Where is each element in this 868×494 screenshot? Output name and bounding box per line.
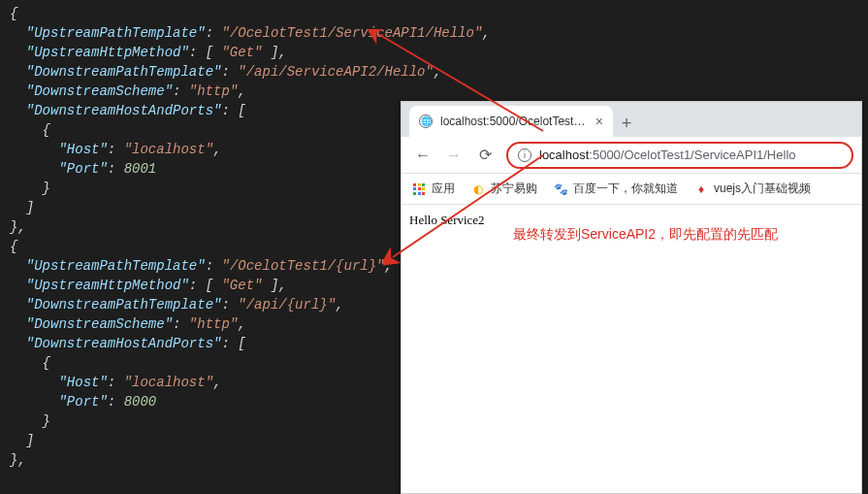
apps-icon (411, 181, 427, 197)
globe-icon: 🌐 (419, 115, 433, 128)
response-text: Hello Service2 (409, 213, 485, 227)
reload-button[interactable]: ⟳ (471, 142, 498, 169)
address-bar[interactable]: i localhost:5000/OcelotTest1/ServiceAPI1… (506, 142, 853, 169)
baidu-icon: 🐾 (553, 181, 568, 197)
browser-toolbar: ← → ⟳ i localhost:5000/OcelotTest1/Servi… (402, 137, 861, 174)
annotation-text: 最终转发到ServiceAPI2，即先配置的先匹配 (513, 226, 778, 244)
new-tab-button[interactable]: + (613, 110, 640, 137)
back-button[interactable]: ← (409, 142, 436, 169)
bookmark-baidu[interactable]: 🐾 百度一下，你就知道 (553, 181, 678, 197)
info-icon[interactable]: i (518, 148, 531, 162)
suning-icon: ◐ (470, 181, 486, 197)
browser-window: 🌐 localhost:5000/OcelotTest1/Se × + ← → … (401, 101, 862, 494)
tab-title: localhost:5000/OcelotTest1/Se (440, 115, 588, 128)
tab-bar: 🌐 localhost:5000/OcelotTest1/Se × + (402, 102, 861, 137)
close-icon[interactable]: × (595, 114, 603, 129)
bookmark-vuejs[interactable]: ♦ vuejs入门基础视频 (693, 181, 811, 197)
bookmarks-bar: 应用 ◐ 苏宁易购 🐾 百度一下，你就知道 ♦ vuejs入门基础视频 (402, 174, 861, 205)
browser-tab[interactable]: 🌐 localhost:5000/OcelotTest1/Se × (409, 106, 613, 137)
forward-button[interactable]: → (440, 142, 467, 169)
vuejs-icon: ♦ (693, 181, 709, 197)
url-text: localhost:5000/OcelotTest1/ServiceAPI1/H… (539, 148, 796, 162)
bookmark-apps[interactable]: 应用 (411, 181, 455, 197)
bookmark-suning[interactable]: ◐ 苏宁易购 (470, 181, 537, 197)
